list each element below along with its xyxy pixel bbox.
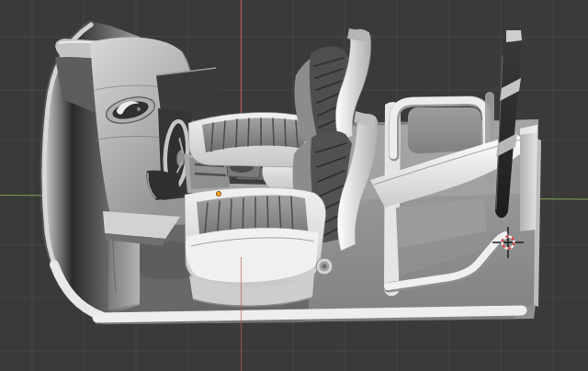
car-interior-model[interactable] (43, 22, 541, 324)
seat-recliner-knob[interactable] (316, 258, 333, 275)
blade-cap (506, 30, 522, 42)
rear-pillar[interactable] (520, 125, 537, 231)
rear-chair-top-panel[interactable] (408, 107, 481, 153)
3d-viewport[interactable] (0, 0, 588, 371)
object-origin-marker (216, 191, 220, 196)
passenger-seat-cushion[interactable] (185, 187, 326, 306)
viewport-canvas[interactable] (0, 0, 588, 371)
